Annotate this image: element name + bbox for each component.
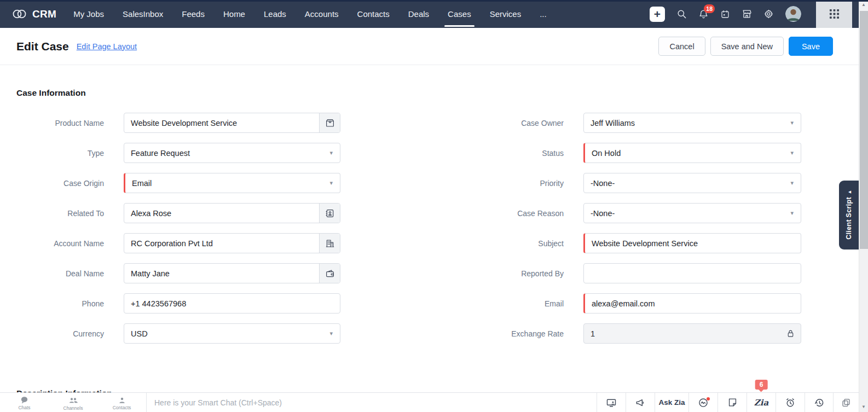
account-name-field[interactable]: RC Corporation Pvt Ltd <box>124 233 340 253</box>
exchange-rate-field[interactable]: 1 <box>583 323 801 344</box>
case-information-heading: Case Information <box>16 88 859 98</box>
deal-name-row: Deal NameMatty Jane <box>0 263 418 283</box>
calendar-icon[interactable] <box>720 9 730 19</box>
screen-share-button[interactable] <box>597 393 626 412</box>
nav-item-more[interactable]: ... <box>537 0 549 28</box>
cancel-button[interactable]: Cancel <box>658 37 705 56</box>
subject-field[interactable]: Website Development Service <box>583 233 801 253</box>
currency-row: CurrencyUSD▾ <box>0 323 418 344</box>
megaphone-button[interactable] <box>626 393 655 412</box>
alarm-clock-button[interactable] <box>776 393 805 412</box>
smart-chat-input[interactable] <box>147 393 597 412</box>
nav-item-my-jobs[interactable]: My Jobs <box>71 0 106 28</box>
user-avatar[interactable] <box>785 6 801 22</box>
reported-by-field[interactable] <box>583 263 801 283</box>
sticky-note-button[interactable] <box>717 393 747 412</box>
related-to-field[interactable]: Alexa Rose <box>124 203 340 223</box>
case-reason-label: Case Reason <box>418 209 564 218</box>
nav-item-deals[interactable]: Deals <box>406 0 431 28</box>
copy-icon <box>841 398 851 408</box>
page-title: Edit Case <box>16 40 69 53</box>
case-owner-field[interactable]: Jeff Williams▾ <box>583 113 801 133</box>
product-icon[interactable] <box>319 113 340 132</box>
scrollbar-thumb[interactable] <box>860 11 868 249</box>
account-name-label: Account Name <box>0 239 104 248</box>
case-origin-value: Email <box>125 179 329 188</box>
priority-value: -None- <box>584 179 790 188</box>
edit-page-layout-link[interactable]: Edit Page Layout <box>77 42 137 51</box>
nav-item-leads[interactable]: Leads <box>262 0 288 28</box>
client-script-label: Client Script <box>845 197 853 240</box>
nav-item-salesinbox[interactable]: SalesInbox <box>120 0 165 28</box>
megaphone-icon <box>635 397 646 408</box>
priority-field[interactable]: -None-▾ <box>583 173 801 193</box>
case-origin-field[interactable]: Email▾ <box>124 173 340 193</box>
type-field[interactable]: Feature Request▾ <box>124 143 340 163</box>
chat-channel-chats[interactable]: Chats <box>0 393 49 412</box>
search-icon[interactable] <box>676 9 687 19</box>
building-icon[interactable] <box>319 234 340 253</box>
chat-channel-contacts[interactable]: Contacts <box>97 393 146 412</box>
copy-notes-button[interactable] <box>834 393 859 412</box>
form-columns: Product NameWebsite Development ServiceT… <box>0 113 859 353</box>
nav-item-contacts[interactable]: Contacts <box>355 0 392 28</box>
ask-zia-label: Ask Zia <box>658 398 685 407</box>
scroll-up-arrow-icon[interactable]: ▲ <box>859 1 868 9</box>
caret-down-icon: ▾ <box>790 210 801 217</box>
apps-grid-button[interactable] <box>816 0 852 28</box>
marketplace-icon[interactable] <box>742 9 752 19</box>
nav-item-accounts[interactable]: Accounts <box>303 0 341 28</box>
history-button[interactable] <box>805 393 834 412</box>
save-button[interactable]: Save <box>789 37 833 56</box>
scroll-down-arrow-icon[interactable]: ▼ <box>859 403 868 411</box>
contact-card-icon[interactable] <box>319 204 340 223</box>
chat-channels: ChatsChannelsContacts <box>0 393 146 412</box>
save-and-new-button[interactable]: Save and New <box>710 37 784 56</box>
email-field[interactable]: alexa@email.com <box>583 293 801 314</box>
case-origin-label: Case Origin <box>0 179 104 188</box>
nav-item-services[interactable]: Services <box>488 0 524 28</box>
currency-value: USD <box>124 329 329 338</box>
zia-button[interactable]: Zia6 <box>747 393 776 412</box>
nav-item-cases[interactable]: Cases <box>445 0 473 28</box>
phone-field[interactable]: +1 4423567968 <box>124 293 340 314</box>
type-label: Type <box>0 149 104 158</box>
related-to-row: Related ToAlexa Rose <box>0 203 418 223</box>
deal-icon[interactable] <box>319 264 340 283</box>
nav-item-feeds[interactable]: Feeds <box>180 0 207 28</box>
vertical-scrollbar[interactable]: ▲ ▼ <box>859 0 868 412</box>
deal-name-label: Deal Name <box>0 269 104 278</box>
reported-by-row: Reported By <box>418 263 859 283</box>
account-name-row: Account NameRC Corporation Pvt Ltd <box>0 233 418 253</box>
settings-gear-icon[interactable] <box>763 9 774 19</box>
brand[interactable]: CRM <box>0 0 64 28</box>
priority-row: Priority-None-▾ <box>418 173 859 193</box>
create-record-button[interactable]: + <box>650 7 665 22</box>
nav-item-home[interactable]: Home <box>221 0 247 28</box>
phone-label: Phone <box>0 299 104 308</box>
chat-channel-channels[interactable]: Channels <box>49 393 97 412</box>
ask-zia-button[interactable]: Ask Zia <box>655 393 688 412</box>
caret-down-icon: ▾ <box>790 119 801 126</box>
notifications-bell-icon[interactable]: 18 <box>698 9 709 19</box>
chat-channel-label: Contacts <box>113 405 131 410</box>
deal-name-field[interactable]: Matty Jane <box>124 263 340 283</box>
chat-channel-label: Channels <box>63 406 83 411</box>
case-owner-label: Case Owner <box>418 119 564 127</box>
priority-label: Priority <box>418 179 564 188</box>
caret-down-icon: ▾ <box>329 149 340 156</box>
description-information-heading: Description Information <box>16 388 859 392</box>
client-script-tab[interactable]: Client Script▴ <box>839 181 859 249</box>
alarm-clock-icon <box>785 397 796 408</box>
product-name-value: Website Development Service <box>124 119 319 127</box>
currency-label: Currency <box>0 329 104 338</box>
product-name-row: Product NameWebsite Development Service <box>0 113 418 133</box>
email-row: Emailalexa@email.com <box>418 293 859 314</box>
product-name-field[interactable]: Website Development Service <box>124 113 340 133</box>
pulse-button[interactable] <box>688 393 717 412</box>
type-value: Feature Request <box>124 149 329 158</box>
case-reason-field[interactable]: -None-▾ <box>583 203 801 223</box>
currency-field[interactable]: USD▾ <box>124 323 340 344</box>
status-field[interactable]: On Hold▾ <box>583 143 801 163</box>
brand-name: CRM <box>32 8 56 20</box>
